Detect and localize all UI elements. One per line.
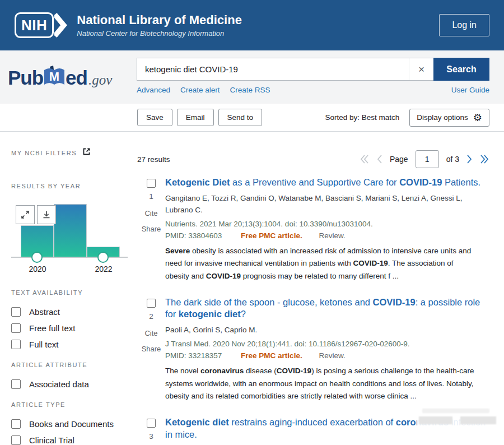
my-ncbi-filters-link[interactable]: MY NCBI FILTERS (11, 147, 127, 158)
page-label: Page (390, 155, 408, 164)
next-page-icon[interactable] (466, 154, 473, 165)
filter-group-text-availability: TEXT AVAILABILITY Abstract Free full tex… (11, 289, 127, 349)
filter-option-books-and-documents[interactable]: Books and Documents (11, 419, 127, 429)
login-button[interactable]: Log in (439, 14, 489, 36)
user-guide-link[interactable]: User Guide (451, 86, 489, 94)
prev-page-icon[interactable] (376, 154, 382, 165)
result-title-link[interactable]: The dark side of the spoon - glucose, ke… (165, 296, 489, 321)
nlm-title: National Library of Medicine (77, 13, 242, 27)
pubmed-logo-gov: .gov (88, 72, 112, 88)
result-journal-citation: Nutrients. 2021 Mar 20;13(3):1004. doi: … (165, 220, 489, 228)
result-checkbox[interactable] (147, 419, 156, 428)
pagination: Page of 3 (360, 150, 489, 168)
nih-arrow-icon (54, 12, 68, 39)
result-authors: Gangitano E, Tozzi R, Gandini O, Watanab… (165, 193, 489, 216)
cite-button[interactable]: Cite (144, 209, 157, 217)
result-snippet: Severe obesity is associated with an inc… (165, 245, 479, 283)
publication-type-label: Review. (319, 351, 345, 360)
expand-chart-button[interactable] (16, 205, 35, 224)
search-button[interactable]: Search (433, 58, 489, 81)
svg-text:M: M (49, 69, 59, 84)
filter-option-abstract[interactable]: Abstract (11, 307, 127, 317)
download-chart-button[interactable] (37, 205, 56, 224)
search-input[interactable] (137, 58, 409, 80)
create-rss-link[interactable]: Create RSS (230, 86, 270, 94)
result-snippet: The novel coronavirus disease (COVID-19)… (165, 365, 479, 403)
sorted-by-label[interactable]: Sorted by: Best match (325, 113, 400, 122)
pubmed-logo-pub: Pub (8, 67, 43, 89)
result-pmid: PMID: 33218357 (165, 351, 222, 360)
clear-search-icon[interactable]: × (409, 58, 433, 80)
nih-header: NIH National Library of Medicine Nationa… (0, 0, 504, 50)
checkbox-clinical-trial[interactable] (11, 435, 21, 445)
filter-option-full-text[interactable]: Full text (11, 340, 127, 349)
save-button[interactable]: Save (137, 109, 172, 126)
create-alert-link[interactable]: Create alert (180, 86, 220, 94)
year-bar-2021[interactable] (54, 204, 87, 257)
search-box: × (137, 58, 433, 81)
filter-label: Books and Documents (29, 419, 114, 429)
year-slider-end[interactable] (97, 252, 109, 263)
filter-label: Associated data (29, 379, 89, 389)
year-start-label: 2020 (29, 265, 46, 274)
search-section: Pub M ed .gov × Search Advanced Create a… (0, 50, 504, 104)
results-by-year-heading: RESULTS BY YEAR (11, 183, 127, 189)
email-button[interactable]: Email (177, 109, 214, 126)
pubmed-book-icon: M (42, 66, 67, 90)
result-journal-citation: J Transl Med. 2020 Nov 20;18(1):441. doi… (165, 340, 489, 348)
free-pmc-article-link[interactable]: Free PMC article. (241, 231, 302, 240)
result-title-link[interactable]: Ketogenic Diet as a Preventive and Suppo… (165, 177, 489, 189)
result-checkbox[interactable] (147, 299, 156, 308)
page-of-label: of 3 (446, 155, 459, 164)
filter-label: Clinical Trial (29, 435, 74, 445)
watermark-overlay (417, 407, 502, 431)
year-end-label: 2022 (95, 265, 112, 274)
result-number: 1 (149, 192, 153, 201)
advanced-link[interactable]: Advanced (137, 86, 170, 94)
nih-logo[interactable]: NIH (15, 12, 68, 39)
page-number-input[interactable] (416, 150, 439, 168)
article-type-heading: ARTICLE TYPE (11, 401, 127, 408)
checkbox-free-full-text[interactable] (11, 323, 21, 333)
pubmed-logo[interactable]: Pub M ed .gov (8, 58, 137, 104)
cite-button[interactable]: Cite (144, 329, 157, 337)
result-number: 2 (149, 312, 153, 321)
display-options-button[interactable]: Display options ⚙ (409, 109, 489, 127)
result-pmid: PMID: 33804603 (165, 231, 222, 240)
results-toolbar: Save Email Send to Sorted by: Best match… (0, 104, 504, 132)
share-button[interactable]: Share (142, 345, 161, 353)
results-by-year-chart: 2020 2022 (11, 201, 128, 274)
checkbox-books-and-documents[interactable] (11, 419, 21, 429)
free-pmc-article-link[interactable]: Free PMC article. (241, 351, 302, 360)
checkbox-associated-data[interactable] (11, 379, 21, 389)
year-slider-start[interactable] (31, 252, 43, 263)
filter-option-free-full-text[interactable]: Free full text (11, 323, 127, 333)
search-result: 1 Cite Share Ketogenic Diet as a Prevent… (137, 177, 489, 283)
article-attribute-heading: ARTICLE ATTRIBUTE (11, 361, 127, 368)
filter-label: Abstract (29, 307, 60, 317)
result-checkbox[interactable] (147, 179, 156, 188)
filter-option-clinical-trial[interactable]: Clinical Trial (11, 435, 127, 445)
gear-icon: ⚙ (473, 113, 482, 123)
display-options-label: Display options (417, 113, 468, 122)
chart-axis (11, 257, 128, 258)
first-page-icon[interactable] (360, 154, 369, 165)
nih-logo-text: NIH (15, 12, 54, 38)
filter-group-article-type: ARTICLE TYPE Books and Documents Clinica… (11, 401, 127, 445)
last-page-icon[interactable] (480, 154, 489, 165)
checkbox-full-text[interactable] (11, 340, 21, 349)
external-link-icon (82, 147, 91, 158)
my-ncbi-filters-label: MY NCBI FILTERS (11, 150, 77, 156)
send-to-button[interactable]: Send to (218, 109, 263, 126)
result-authors: Paoli A, Gorini S, Caprio M. (165, 325, 489, 336)
filters-sidebar: MY NCBI FILTERS RESULTS BY YEAR 2020 202… (0, 132, 137, 445)
filter-group-article-attribute: ARTICLE ATTRIBUTE Associated data (11, 361, 127, 389)
filter-option-associated-data[interactable]: Associated data (11, 379, 127, 389)
filter-label: Full text (29, 340, 59, 349)
share-button[interactable]: Share (142, 225, 161, 233)
results-count: 27 results (137, 155, 170, 164)
checkbox-abstract[interactable] (11, 307, 21, 317)
filter-label: Free full text (29, 323, 76, 333)
ncbi-subtitle: National Center for Biotechnology Inform… (77, 29, 242, 38)
search-result: 2 Cite Share The dark side of the spoon … (137, 296, 489, 403)
